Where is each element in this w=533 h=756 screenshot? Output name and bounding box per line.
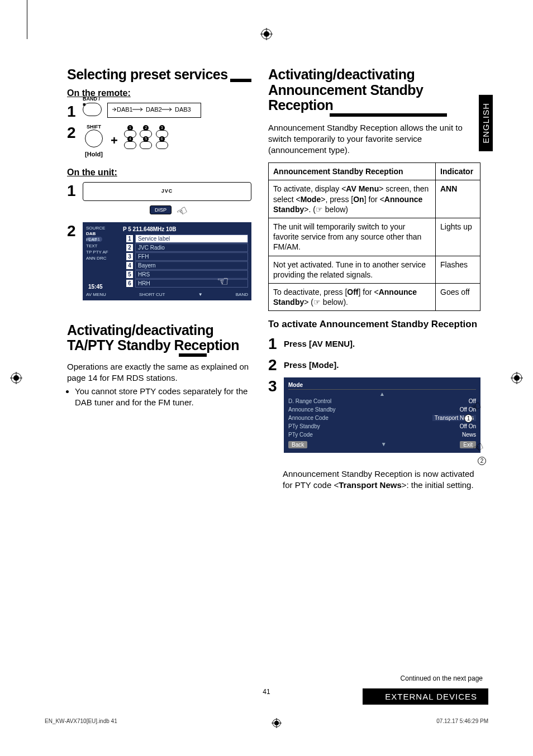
page-number: 41 xyxy=(263,688,270,696)
dab-chain-icon: DAB1 DAB2 DAB3 xyxy=(112,106,196,113)
section-title-announcement: Activating/deactivating Announcement Sta… xyxy=(268,67,447,113)
step-number: 1 xyxy=(67,103,79,121)
mode-screen[interactable]: Mode ▲ D. Range ControlOff Announce Stan… xyxy=(284,377,480,453)
table-row: Not yet activated. Tune in to another se… xyxy=(269,256,480,283)
title-rule xyxy=(230,79,251,82)
shift-button-icon[interactable] xyxy=(85,130,103,147)
step-number: 2 xyxy=(268,356,280,374)
registration-mark-icon xyxy=(511,372,523,384)
screen-left-indicators: FLAT TEXT TP PTY AF ANN DRC xyxy=(86,237,108,262)
disp-button[interactable]: DISP xyxy=(150,205,172,214)
svg-text:DAB2: DAB2 xyxy=(146,106,162,113)
table-row: To deactivate, press [Off] for <Announce… xyxy=(269,283,480,310)
remote-step-1: 1 BAND / ■ DAB1 DAB2 DAB3 xyxy=(67,103,251,121)
table-header: Announcement Standby Reception xyxy=(269,163,436,180)
registration-mark-icon xyxy=(272,718,282,728)
subhead-on-unit: On the unit: xyxy=(67,168,251,178)
footer-line: EN_KW-AVX710[EU].indb 41 07.12.17 5:46:2… xyxy=(45,718,488,728)
preset-list[interactable]: 1Service label 2JVC Radio 3FFH 4Bayern 5… xyxy=(126,235,248,288)
pointing-hand-icon: ☜ xyxy=(174,202,191,221)
mode-title: Mode xyxy=(288,382,476,390)
unit-screen[interactable]: SOURCE DAB DAB1 FLAT TEXT TP PTY AF ANN … xyxy=(83,222,251,300)
screen-header: P 5 211.648MHz 10B xyxy=(123,226,235,233)
activate-subtitle: To activate Announcement Standby Recepti… xyxy=(268,319,480,330)
plus-icon: + xyxy=(111,133,118,148)
registration-mark-icon xyxy=(10,372,22,384)
svg-text:DAB3: DAB3 xyxy=(175,106,191,113)
title-rule xyxy=(179,353,207,357)
band-label: BAND xyxy=(236,292,248,298)
table-header: Indicator xyxy=(436,163,480,180)
section-title-ta-pty: Activating/deactivating TA/PTY Standby R… xyxy=(67,323,240,353)
after-text: Announcement Standby Reception is now ac… xyxy=(283,468,480,491)
table-row: To activate, display <AV Menu> screen, t… xyxy=(269,180,480,218)
title-rule xyxy=(330,113,447,117)
announcement-intro: Announcement Standby Reception allows th… xyxy=(268,122,480,156)
step-text: Press [AV MENU]. xyxy=(284,335,355,350)
short-cut-label: SHORT CUT xyxy=(139,292,165,298)
step-number: 1 xyxy=(268,335,280,353)
registration-mark-icon xyxy=(260,28,273,40)
table-row: The unit will temporarily switch to your… xyxy=(269,218,480,256)
continued-label: Continued on the next page xyxy=(401,674,483,682)
unit-face-icon: JVC xyxy=(83,182,251,201)
number-pad-icon[interactable]: 1 2 3 4 5 6 xyxy=(123,130,169,152)
step-number: 3 xyxy=(268,377,280,395)
left-column: Selecting preset services On the remote:… xyxy=(67,67,251,491)
section-title-selecting: Selecting preset services xyxy=(67,67,228,83)
step-number: 2 xyxy=(67,124,79,142)
callout-2-icon: 2 xyxy=(478,457,486,465)
svg-text:DAB1: DAB1 xyxy=(117,106,133,113)
ta-pty-body: Operations are exactly the same as expla… xyxy=(67,361,251,409)
right-column: Activating/deactivating Announcement Sta… xyxy=(268,67,480,491)
band-button-icon[interactable] xyxy=(83,103,102,116)
hold-label: [Hold] xyxy=(83,151,105,157)
back-button[interactable]: Back xyxy=(288,441,307,448)
dab-chain-box: DAB1 DAB2 DAB3 xyxy=(107,103,201,118)
unit-step-2: 2 SOURCE DAB DAB1 FLAT TEXT TP PTY AF AN… xyxy=(67,222,251,300)
step-text: Press [Mode]. xyxy=(284,356,339,371)
shift-label: SHIFT xyxy=(83,124,105,130)
pointing-hand-icon: ☜ xyxy=(217,272,229,290)
page: ENGLISH Selecting preset services On the… xyxy=(0,0,533,756)
announcement-table: Announcement Standby Reception Indicator… xyxy=(268,162,480,311)
indb-filename: EN_KW-AVX710[EU].indb 41 xyxy=(45,718,117,728)
language-tab: ENGLISH xyxy=(479,95,493,151)
step-number: 2 xyxy=(67,222,79,240)
step-number: 1 xyxy=(67,182,79,200)
jvc-logo: JVC xyxy=(161,188,173,194)
external-devices-bar: EXTERNAL DEVICES xyxy=(363,688,488,705)
crop-mark xyxy=(27,0,27,39)
callout-1-icon: 1 xyxy=(464,414,473,423)
remote-step-2: 2 SHIFT [Hold] + 1 2 3 xyxy=(67,124,251,157)
screen-time: 15:45 xyxy=(88,283,103,290)
av-menu-label: AV MENU xyxy=(86,292,106,298)
unit-step-1: 1 JVC DISP ☜ xyxy=(67,182,251,214)
timestamp: 07.12.17 5:46:29 PM xyxy=(436,718,488,728)
